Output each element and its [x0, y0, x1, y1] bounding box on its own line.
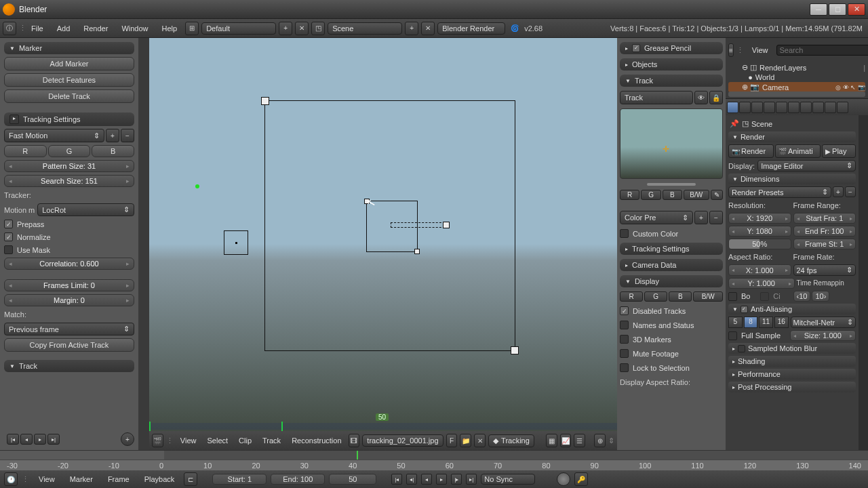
channel-r-button[interactable]: R: [4, 145, 47, 157]
camera-data-header[interactable]: ▸Camera Data: [620, 259, 723, 271]
preset-dropdown[interactable]: Fast Motion⇕: [4, 129, 104, 142]
motion-dropdown[interactable]: LocRot⇕: [37, 203, 134, 216]
tracking-settings-right-header[interactable]: ▸Tracking Settings: [620, 243, 723, 255]
scene-dropdown[interactable]: Scene: [328, 22, 402, 35]
clip-menu-recon[interactable]: Reconstruction: [288, 435, 345, 446]
clip-menu-clip[interactable]: Clip: [235, 435, 256, 446]
clip-view-graph-icon[interactable]: 📈: [560, 434, 572, 447]
clip-menu-view[interactable]: View: [176, 435, 201, 446]
props-tab-data[interactable]: [812, 102, 824, 113]
props-tab-layers[interactable]: [739, 102, 751, 113]
aspect-y-field[interactable]: ◂Y: 1.000▸: [728, 278, 795, 289]
display-header[interactable]: ▼Display: [620, 275, 723, 287]
preview-g-button[interactable]: G: [641, 190, 660, 200]
start-frame-field[interactable]: ◂Start Fra: 1▸: [793, 213, 856, 224]
disabled-tracks-checkbox[interactable]: ✓Disabled Tracks: [620, 306, 723, 316]
border-checkbox[interactable]: Bo: [728, 291, 759, 302]
search-area-dashed[interactable]: [391, 222, 445, 228]
shading-header[interactable]: ▸Shading: [728, 356, 856, 367]
post-processing-header[interactable]: ▸Post Processing: [728, 382, 856, 392]
track-marker-small[interactable]: [224, 230, 248, 255]
clip-editor-icon[interactable]: 🎬: [152, 434, 163, 447]
marker-panel-header[interactable]: ▼Marker: [4, 42, 134, 54]
tl-menu-frame[interactable]: Frame: [102, 474, 135, 485]
menu-file[interactable]: File: [26, 23, 49, 34]
track-visibility-icon[interactable]: 👁: [694, 91, 708, 104]
props-tab-material[interactable]: [825, 102, 836, 113]
pivot-icon[interactable]: ⊕: [594, 434, 606, 447]
margin-field[interactable]: ◂Margin: 0▸: [4, 294, 134, 306]
crop-checkbox[interactable]: Ci: [760, 291, 791, 302]
maximize-button[interactable]: ◻: [829, 3, 846, 16]
sampled-motion-blur-header[interactable]: ▸Sampled Motion Blur: [728, 343, 856, 354]
animation-button[interactable]: 🎬Animati: [775, 144, 821, 158]
detect-features-button[interactable]: Detect Features: [4, 73, 134, 87]
aa-filter-dropdown[interactable]: Mitchell-Netr⇕: [791, 317, 856, 328]
track-lock-icon[interactable]: 🔒: [709, 91, 723, 104]
display-mode-dropdown[interactable]: Image Editor⇕: [757, 160, 856, 171]
pin-icon[interactable]: 📌: [730, 119, 739, 128]
play-button[interactable]: ▶Play: [822, 144, 856, 158]
props-tab-modifiers[interactable]: [800, 102, 812, 113]
end-frame-field[interactable]: ◂End Fr: 100▸: [793, 226, 856, 237]
layout-add-button[interactable]: +: [279, 22, 292, 35]
menu-render[interactable]: Render: [78, 23, 113, 34]
full-sample-checkbox[interactable]: Full Sample: [728, 330, 788, 341]
preview-edit-icon[interactable]: ✎: [711, 190, 723, 200]
display-r-button[interactable]: R: [620, 291, 643, 302]
preview-bw-button[interactable]: B/W: [684, 190, 709, 200]
tl-jump-end-button[interactable]: ▸|: [466, 474, 477, 485]
layout-dropdown[interactable]: Default: [201, 22, 276, 35]
outliner-item-camera[interactable]: ⊕ 📷 Camera◎ 👁 ↖ 📷: [728, 82, 865, 92]
clip-filename-field[interactable]: tracking_02_0001.jpg: [362, 434, 443, 447]
remap-new-field[interactable]: 10›: [812, 291, 829, 302]
scene-add-button[interactable]: +: [405, 22, 418, 35]
aa-8-button[interactable]: 8: [744, 317, 758, 328]
tl-current-field[interactable]: 50: [329, 474, 376, 485]
tl-record-button[interactable]: [557, 472, 570, 486]
match-dropdown[interactable]: Previous frame⇕: [4, 323, 134, 336]
preview-r-button[interactable]: R: [620, 190, 639, 200]
aa-5-button[interactable]: 5: [728, 317, 743, 328]
display-b-button[interactable]: B: [669, 291, 692, 302]
normalize-checkbox[interactable]: ✓Normalize: [4, 232, 134, 242]
scene-name-label[interactable]: Scene: [751, 120, 772, 128]
clip-viewport[interactable]: ↖ 50 🎬 ⋮ View Select Clip Track Reconstr…: [149, 38, 617, 450]
engine-dropdown[interactable]: Blender Render: [437, 22, 505, 35]
clip-fake-user-button[interactable]: F: [446, 434, 458, 447]
channel-g-button[interactable]: G: [48, 145, 91, 157]
layout-icon[interactable]: ⊞: [185, 22, 199, 35]
objects-header[interactable]: ▸Objects: [620, 58, 723, 70]
props-tab-world[interactable]: [764, 102, 775, 113]
outliner-search-input[interactable]: [776, 45, 869, 56]
tl-jump-start-button[interactable]: |◂: [391, 474, 402, 485]
layout-remove-button[interactable]: ✕: [295, 22, 309, 35]
track-name-field[interactable]: Track: [620, 91, 693, 104]
clip-view-dope-icon[interactable]: ☰: [574, 434, 585, 447]
aa-size-field[interactable]: ◂Size: 1.000▸: [790, 330, 856, 341]
scene-remove-button[interactable]: ✕: [421, 22, 435, 35]
frame-step-field[interactable]: ◂Frame St: 1▸: [793, 239, 856, 249]
aa-16-button[interactable]: 16: [774, 317, 789, 328]
close-button[interactable]: ✕: [848, 3, 865, 16]
menu-help[interactable]: Help: [157, 23, 183, 34]
aa-11-button[interactable]: 11: [759, 317, 773, 328]
fps-dropdown[interactable]: 24 fps⇕: [793, 264, 856, 276]
display-g-button[interactable]: G: [644, 291, 667, 302]
preview-resize-handle[interactable]: [647, 183, 696, 186]
add-icon[interactable]: +: [121, 432, 134, 446]
clip-browse-icon[interactable]: 🎞: [349, 434, 360, 447]
clip-unlink-button[interactable]: ✕: [474, 434, 486, 447]
add-marker-button[interactable]: Add Marker: [4, 57, 134, 70]
search-size-field[interactable]: ◂Search Size: 151▸: [4, 175, 134, 187]
clip-menu-track[interactable]: Track: [258, 435, 285, 446]
preset-remove-icon[interactable]: −: [845, 186, 856, 197]
track-right-header[interactable]: ▼Track: [620, 75, 723, 87]
color-preset-add-button[interactable]: +: [694, 211, 708, 224]
color-preset-dropdown[interactable]: Color Pre⇕: [620, 211, 693, 224]
copy-from-track-button[interactable]: Copy From Active Track: [4, 338, 134, 352]
track-next-button[interactable]: ▸: [34, 434, 46, 445]
menu-add[interactable]: Add: [52, 23, 76, 34]
tl-start-field[interactable]: Start: 1: [212, 474, 267, 485]
track-panel-header[interactable]: ▼Track: [4, 360, 134, 372]
